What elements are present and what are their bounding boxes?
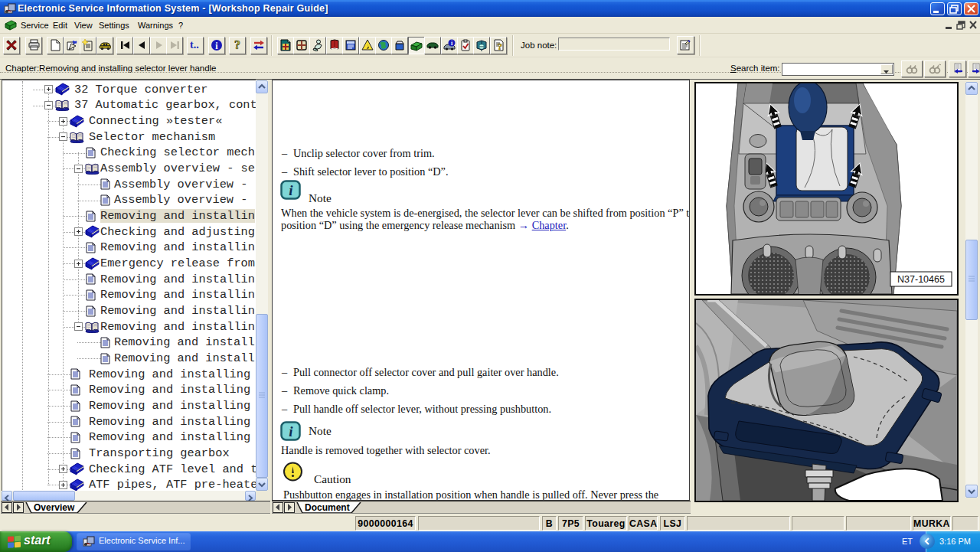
svg-text:i: i (289, 182, 293, 198)
svg-text:N37-10465: N37-10465 (897, 274, 945, 285)
svg-text:?: ? (497, 41, 502, 51)
svg-text:i: i (289, 423, 293, 439)
svg-text:t..: t.. (190, 39, 199, 51)
svg-text:?: ? (234, 39, 240, 51)
